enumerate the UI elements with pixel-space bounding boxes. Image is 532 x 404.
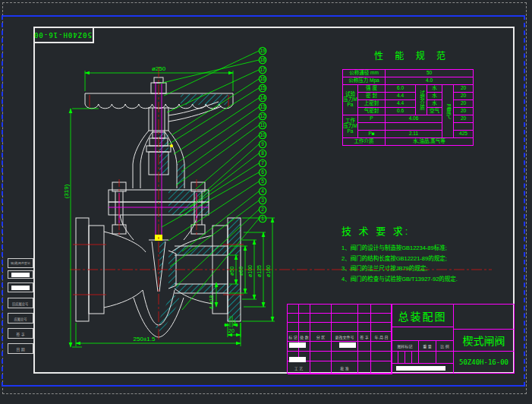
balloon-number: 13	[260, 104, 266, 109]
balloon-number: 17	[260, 67, 266, 72]
rev-header-mark: 标 记	[288, 332, 299, 342]
empty-cell	[453, 304, 515, 330]
approve-label: 批 准	[332, 361, 358, 374]
balloon-number: 5	[261, 178, 264, 184]
redacted-text	[339, 342, 356, 348]
empty-cell	[391, 327, 454, 341]
balloon-number: 15	[260, 85, 266, 90]
rev-header-sign: 签 字	[358, 332, 371, 342]
spec-table: 公称通径 mm 50 公称压力 Mpa 4.0 试验压力MPa 强 度6.0 试…	[342, 69, 474, 146]
tech-requirements-title: 技 术 要 求:	[342, 223, 512, 238]
balloon-number: 7	[261, 160, 264, 166]
balloon-number: 14	[260, 95, 266, 100]
weight-cell	[418, 351, 436, 364]
scale-label: 比 例	[436, 340, 454, 352]
strip-redacted-2	[8, 282, 33, 292]
balloon-number: 10	[260, 132, 266, 137]
cad-canvas: 50Z40H-16-00 借(通)用件登记 旧底图总号 底图总号 签 字 日 期	[0, 0, 532, 404]
product-name: 楔式闸阀	[453, 329, 515, 352]
strip-master-no: 底图总号	[8, 313, 33, 324]
drawing-number: 50Z40H-16-00	[453, 351, 515, 374]
revision-table: 标 记 处 数 分 区 更改文件号 签 字 年.月.日 工 艺 批 准	[287, 304, 392, 374]
balloon-number: 8	[261, 150, 264, 156]
dim-length: 250±1.5	[134, 336, 156, 342]
balloon-number: 6	[261, 169, 264, 175]
redacted-text	[289, 357, 306, 362]
dim-bore-50: ø50	[229, 267, 235, 276]
balloon-number: 9	[261, 141, 264, 147]
dim-bore-80: ø80	[238, 267, 244, 276]
process-label: 工 艺	[288, 361, 310, 374]
weight-label: 重 量	[418, 340, 436, 352]
balloon-number: 16	[260, 76, 266, 81]
rev-header-date: 年.月.日	[371, 332, 392, 342]
stamp-label: 图样标记	[391, 340, 419, 352]
dim-bore-100: ø100	[247, 265, 253, 277]
balloon-number: 11	[260, 122, 266, 128]
performance-spec: 性 能 规 范 公称通径 mm 50 公称压力 Mpa 4.0 试验压力MPa …	[342, 49, 473, 146]
rev-header-count: 处 数	[299, 332, 310, 342]
tech-requirement-item: 4、阀门的检查与试验按GB/T13927-92的规定.	[342, 274, 512, 285]
redacted-text	[396, 366, 445, 371]
scale-cell	[436, 351, 454, 364]
tech-requirements: 技 术 要 求: 1、阀门的设计与制造按GB12234-89标准; 2、阀门的结…	[342, 223, 512, 284]
tech-requirement-item: 3、阀门的法兰尺寸按JB79的规定;	[342, 264, 512, 274]
dim-bore-160: ø160	[266, 265, 271, 277]
balloon-number: 12	[260, 113, 266, 118]
strip-date: 日 期	[8, 343, 33, 354]
rev-header-docno: 更改文件号	[332, 332, 358, 342]
tech-requirement-item: 1、阀门的设计与制造按GB12234-89标准;	[342, 243, 512, 254]
spec-title: 性 能 规 范	[374, 49, 473, 62]
balloon-number: 19	[260, 48, 266, 53]
tech-requirement-item: 2、阀门的结构长度按GB12221-89的规定;	[342, 254, 512, 264]
dim-seat: 3	[233, 320, 236, 325]
strip-signature: 签 字	[8, 328, 33, 339]
dim-flange-thk: 20	[228, 328, 235, 333]
balloon-number: 3	[261, 197, 264, 203]
balloon-number: 2	[261, 207, 264, 212]
balloons: 19 18 17 16 15 14 13 12 11 10 9 8 7 6 5 …	[259, 47, 266, 222]
dim-height: (319)	[63, 184, 70, 198]
redacted-text	[289, 342, 306, 348]
assembly-title: 总装配图	[391, 304, 454, 327]
dim-handwheel: ø250	[152, 65, 166, 72]
strip-redacted-1	[8, 270, 33, 279]
balloon-number: 4	[261, 188, 264, 194]
strip-borrow-record: 借(通)用件登记	[8, 258, 33, 268]
dim-bolt-holes: 4-ø18	[209, 295, 214, 309]
dim-bore-125: ø125	[257, 265, 262, 277]
balloon-number: 1	[261, 216, 264, 221]
balloon-number: 18	[260, 57, 266, 62]
strip-old-master-no: 旧底图总号	[8, 298, 33, 308]
rev-header-zone: 分 区	[310, 332, 332, 342]
